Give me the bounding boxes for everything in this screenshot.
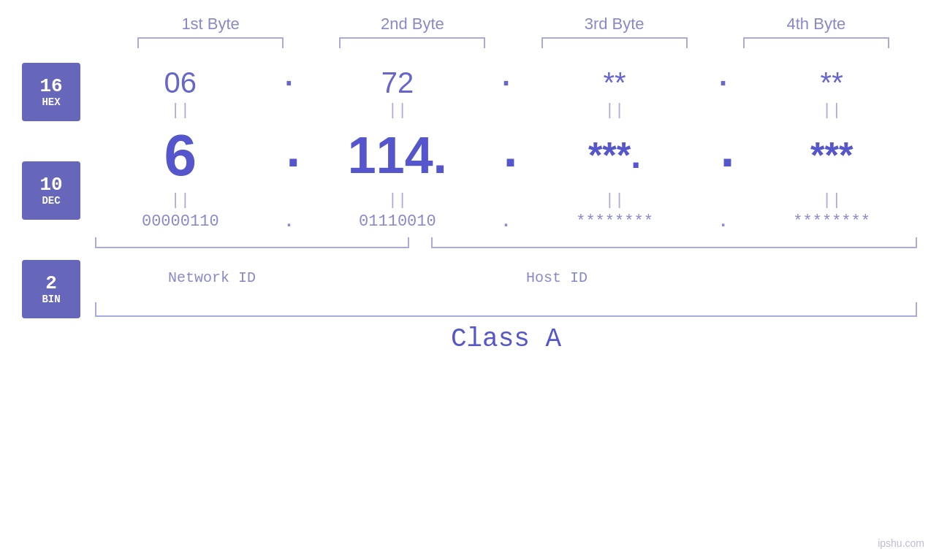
dot-dec-2: . xyxy=(495,124,517,189)
main-container: 1st Byte 2nd Byte 3rd Byte 4th Byte 16 H… xyxy=(0,0,939,560)
dec-val-4: *** xyxy=(759,134,905,177)
bracket-2 xyxy=(339,37,485,48)
dec-val-1: 6 xyxy=(107,122,254,189)
host-bracket xyxy=(431,237,917,248)
watermark: ipshu.com xyxy=(878,537,924,549)
eq-1: || xyxy=(107,101,254,120)
network-id-label: Network ID xyxy=(168,269,256,286)
dec-num: 10 xyxy=(39,174,62,196)
dec-badge: 10 DEC xyxy=(22,161,80,220)
eq2-2: || xyxy=(324,191,471,210)
hex-num: 16 xyxy=(39,76,62,97)
hex-val-4: ** xyxy=(759,55,905,99)
hex-val-1: 06 xyxy=(107,55,254,99)
bin-val-1: 00000110 xyxy=(107,212,254,231)
eq2-4: || xyxy=(759,191,905,210)
dec-row: 6 . 114. . ***. . *** xyxy=(95,122,939,189)
hex-badge: 16 HEX xyxy=(22,63,80,121)
eq2-3: || xyxy=(541,191,688,210)
id-labels-container: Network ID Host ID xyxy=(95,269,939,295)
base-labels: 16 HEX 10 DEC 2 BIN xyxy=(22,63,80,358)
network-bracket xyxy=(95,237,409,248)
dot-hex-1: . xyxy=(278,61,300,94)
bin-num: 2 xyxy=(45,273,57,294)
dot-dec-1: . xyxy=(278,124,300,189)
eq2-1: || xyxy=(107,191,254,210)
bin-label: BIN xyxy=(42,294,60,305)
dot-bin-3: . xyxy=(712,212,734,231)
host-id-label: Host ID xyxy=(526,269,588,286)
dot-dec-3: . xyxy=(712,124,734,189)
hex-row: 06 . 72 . ** . ** xyxy=(95,55,939,99)
hex-val-3: ** xyxy=(541,55,688,99)
bin-val-3: ******** xyxy=(541,212,688,231)
dec-val-2: 114. xyxy=(324,126,471,185)
bin-val-4: ******** xyxy=(759,212,905,231)
equals-row-2: || || || || xyxy=(95,191,939,210)
bin-val-2: 01110010 xyxy=(324,212,471,231)
equals-row-1: || || || || xyxy=(95,101,939,120)
eq-4: || xyxy=(759,101,905,120)
dot-hex-2: . xyxy=(495,61,517,94)
byte-label-2: 2nd Byte xyxy=(339,15,485,34)
byte-label-1: 1st Byte xyxy=(137,15,284,34)
values-grid: 06 . 72 . ** . ** || || || || 6 . xyxy=(95,55,939,354)
bracket-4 xyxy=(743,37,889,48)
id-bracket-container xyxy=(95,237,939,266)
content-area: 16 HEX 10 DEC 2 BIN 06 . 72 . ** . ** xyxy=(0,55,939,358)
bracket-row xyxy=(0,37,939,48)
full-bottom-bracket xyxy=(95,302,917,317)
eq-2: || xyxy=(324,101,471,120)
byte-label-4: 4th Byte xyxy=(743,15,889,34)
dot-bin-2: . xyxy=(495,212,517,231)
bracket-3 xyxy=(541,37,688,48)
hex-label: HEX xyxy=(42,96,60,108)
hex-val-2: 72 xyxy=(324,55,471,99)
byte-label-3: 3rd Byte xyxy=(541,15,688,34)
header-row: 1st Byte 2nd Byte 3rd Byte 4th Byte xyxy=(0,15,939,34)
dec-val-3: ***. xyxy=(541,134,688,177)
dec-label: DEC xyxy=(42,195,60,207)
bracket-1 xyxy=(137,37,284,48)
class-a-label: Class A xyxy=(95,324,939,354)
bin-badge: 2 BIN xyxy=(22,260,80,318)
dot-hex-3: . xyxy=(712,61,734,94)
eq-3: || xyxy=(541,101,688,120)
dot-bin-1: . xyxy=(278,212,300,231)
bin-row: 00000110 . 01110010 . ******** . *******… xyxy=(95,212,939,231)
